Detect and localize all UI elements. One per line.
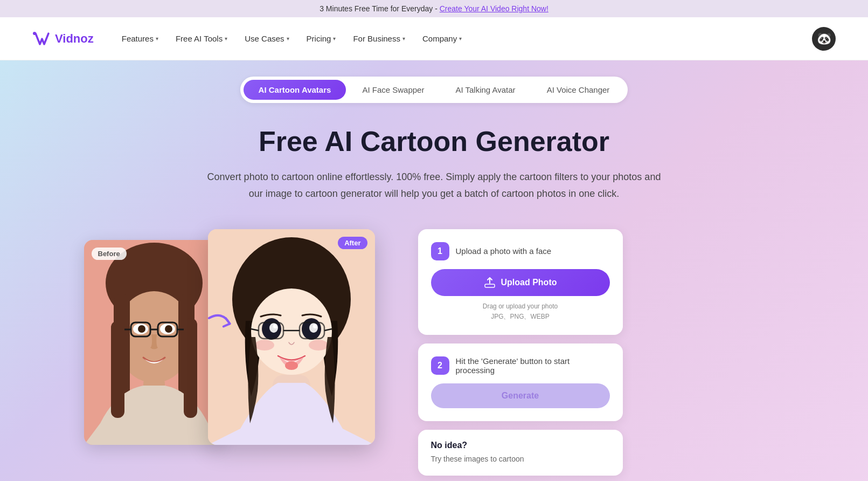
svg-rect-17	[184, 318, 197, 418]
tabs: AI Cartoon Avatars AI Face Swapper AI Ta…	[240, 77, 628, 103]
upload-hint: Drag or upload your photo JPG、PNG、WEBP	[431, 301, 610, 322]
generate-button[interactable]: Generate	[431, 383, 610, 408]
before-label: Before	[92, 248, 127, 260]
chevron-down-icon: ▾	[333, 36, 336, 42]
svg-point-8	[138, 325, 145, 333]
logo-text: Vidnoz	[55, 32, 94, 46]
no-idea-subtitle: Try these images to cartoon	[431, 453, 610, 465]
upload-photo-button[interactable]: Upload Photo	[431, 269, 610, 296]
hero-section: AI Cartoon Avatars AI Face Swapper AI Ta…	[0, 60, 868, 481]
chevron-down-icon: ▾	[287, 36, 289, 42]
navbar: Vidnoz Features ▾ Free AI Tools ▾ Use Ca…	[0, 17, 868, 60]
tab-ai-cartoon-avatars[interactable]: AI Cartoon Avatars	[244, 80, 346, 100]
chevron-down-icon: ▾	[402, 36, 405, 42]
after-image	[208, 229, 375, 445]
chevron-down-icon: ▾	[156, 36, 158, 42]
step-2-description: Hit the 'Generate' button to start proce…	[456, 356, 610, 375]
upload-button-label: Upload Photo	[501, 278, 557, 287]
right-panel: 1 Upload a photo with a face Upload Phot…	[418, 229, 623, 476]
image-comparison: Before	[84, 229, 397, 445]
svg-point-35	[285, 361, 298, 370]
svg-point-22	[255, 340, 274, 351]
svg-rect-16	[111, 321, 124, 418]
nav-item-features[interactable]: Features ▾	[115, 30, 165, 47]
hero-subtitle: Convert photo to cartoon online effortle…	[203, 169, 666, 202]
tab-ai-face-swapper[interactable]: AI Face Swapper	[347, 80, 439, 100]
top-banner: 3 Minutes Free Time for Everyday - Creat…	[0, 0, 868, 17]
svg-point-23	[309, 340, 328, 351]
step-1-description: Upload a photo with a face	[456, 246, 552, 256]
after-label: After	[338, 237, 367, 249]
nav-items: Features ▾ Free AI Tools ▾ Use Cases ▾ P…	[115, 30, 812, 47]
tabs-container: AI Cartoon Avatars AI Face Swapper AI Ta…	[32, 77, 836, 103]
logo-icon	[32, 29, 52, 49]
nav-item-company[interactable]: Company ▾	[416, 30, 468, 47]
step-2-number: 2	[431, 356, 449, 375]
step-1-header: 1 Upload a photo with a face	[431, 242, 610, 260]
svg-point-28	[273, 324, 277, 328]
svg-rect-36	[485, 284, 495, 287]
before-card: Before	[84, 240, 224, 445]
avatar[interactable]: 🐼	[812, 27, 836, 51]
tab-ai-voice-changer[interactable]: AI Voice Changer	[532, 80, 625, 100]
banner-text: 3 Minutes Free Time for Everyday -	[320, 4, 440, 13]
main-content: Before	[84, 229, 784, 476]
nav-item-for-business[interactable]: For Business ▾	[346, 30, 412, 47]
tab-ai-talking-avatar[interactable]: AI Talking Avatar	[440, 80, 530, 100]
chevron-down-icon: ▾	[459, 36, 462, 42]
chevron-down-icon: ▾	[225, 36, 227, 42]
step-1-number: 1	[431, 242, 449, 260]
step-2-card: 2 Hit the 'Generate' button to start pro…	[418, 343, 623, 421]
step-2-header: 2 Hit the 'Generate' button to start pro…	[431, 356, 610, 375]
before-image	[84, 240, 224, 445]
banner-link[interactable]: Create Your AI Video Right Now!	[440, 4, 548, 13]
svg-point-9	[165, 325, 172, 333]
hero-title: Free AI Cartoon Generator	[32, 125, 836, 158]
nav-item-free-ai-tools[interactable]: Free AI Tools ▾	[169, 30, 234, 47]
svg-point-29	[313, 324, 317, 328]
nav-item-use-cases[interactable]: Use Cases ▾	[238, 30, 295, 47]
step-1-card: 1 Upload a photo with a face Upload Phot…	[418, 229, 623, 335]
no-idea-title: No idea?	[431, 441, 610, 450]
svg-point-0	[33, 32, 36, 35]
after-card: After	[208, 229, 375, 445]
no-idea-card: No idea? Try these images to cartoon	[418, 430, 623, 476]
nav-item-pricing[interactable]: Pricing ▾	[300, 30, 343, 47]
logo[interactable]: Vidnoz	[32, 29, 94, 49]
upload-icon	[484, 277, 496, 288]
